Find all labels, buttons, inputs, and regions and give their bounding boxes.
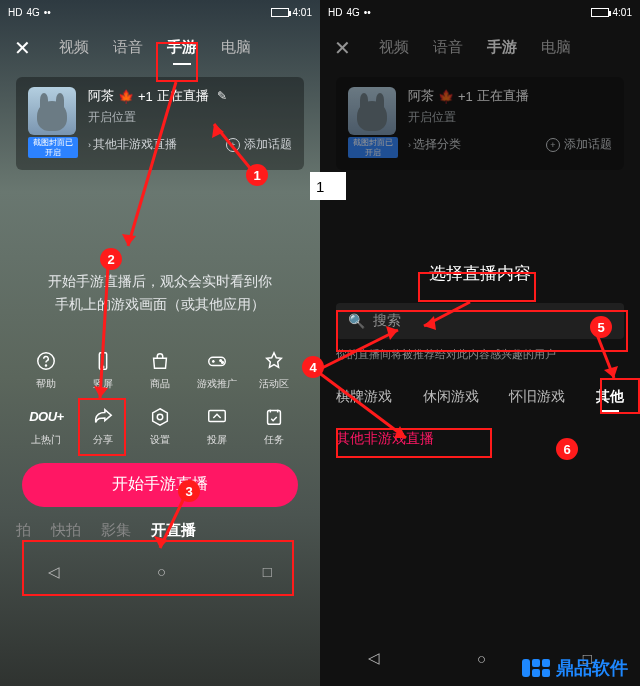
cast-button[interactable]: 投屏 — [191, 405, 243, 447]
svg-rect-8 — [209, 411, 226, 422]
avatar-caption: 截图封面已开启 — [28, 137, 78, 158]
category-chip[interactable]: 其他非游戏直播 — [93, 136, 177, 153]
help-icon — [34, 349, 58, 373]
battery-icon — [591, 8, 609, 17]
start-stream-button[interactable]: 开始手游直播 — [22, 463, 298, 507]
cast-icon — [205, 405, 229, 429]
watermark: 鼎品软件 — [522, 656, 628, 680]
svg-point-1 — [46, 365, 47, 366]
status-time: 4:01 — [293, 7, 312, 18]
close-icon-r[interactable]: ✕ — [334, 36, 351, 60]
cat-casual[interactable]: 休闲游戏 — [423, 388, 479, 406]
cat-retro[interactable]: 怀旧游戏 — [509, 388, 565, 406]
sub-category-item[interactable]: 其他非游戏直播 — [336, 430, 624, 448]
enable-location[interactable]: 开启位置 — [88, 109, 292, 126]
status-bar: HD 4G •• 4:01 — [0, 0, 320, 24]
panel-title: 选择直播内容 — [320, 262, 640, 285]
svg-point-3 — [102, 366, 103, 367]
annotation-input[interactable]: 1 — [310, 172, 346, 200]
nav-home-icon[interactable]: ○ — [157, 563, 166, 580]
gamepad-icon — [205, 349, 229, 373]
phone-left: HD 4G •• 4:01 ✕ 视频 语音 手游 电脑 截图封面已开启 阿茶 🍁… — [0, 0, 320, 686]
help-button[interactable]: 帮助 — [20, 349, 72, 391]
orientation-button[interactable]: 竖屏 — [77, 349, 129, 391]
top-tabs: ✕ 视频 语音 手游 电脑 — [0, 24, 320, 69]
search-icon: 🔍 — [348, 313, 365, 329]
star-icon — [262, 349, 286, 373]
icon-row-2: DOU+上热门 分享 设置 投屏 任务 — [0, 405, 320, 447]
add-topic-button-r[interactable]: +添加话题 — [546, 136, 612, 153]
bottom-tabs: 拍 快拍 影集 开直播 — [0, 507, 320, 540]
chevron-right-icon: › — [88, 140, 91, 150]
avatar-r — [348, 87, 396, 135]
battery-icon — [271, 8, 289, 17]
avatar[interactable] — [28, 87, 76, 135]
shop-button[interactable]: 商品 — [134, 349, 186, 391]
nav-back-icon[interactable]: ◁ — [368, 649, 380, 667]
svg-point-7 — [157, 414, 163, 420]
dou-icon: DOU+ — [34, 405, 58, 429]
tab-pc[interactable]: 电脑 — [219, 34, 253, 61]
close-icon[interactable]: ✕ — [14, 36, 31, 60]
plus-circle-icon: + — [226, 138, 240, 152]
bottom-tab-quick[interactable]: 快拍 — [51, 521, 81, 540]
category-row: 棋牌游戏 休闲游戏 怀旧游戏 其他 — [336, 388, 624, 406]
dou-button[interactable]: DOU+上热门 — [20, 405, 72, 447]
share-icon — [91, 405, 115, 429]
android-nav: ◁ ○ □ — [0, 552, 320, 592]
settings-icon — [148, 405, 172, 429]
status-bar-r: HD 4G •• 4:01 — [320, 0, 640, 24]
nav-home-icon[interactable]: ○ — [477, 650, 486, 667]
game-promo-button[interactable]: 游戏推广 — [191, 349, 243, 391]
bottom-tab-album[interactable]: 影集 — [101, 521, 131, 540]
edit-icon[interactable]: ✎ — [217, 89, 227, 103]
share-button[interactable]: 分享 — [77, 405, 129, 447]
bottom-tab-shoot[interactable]: 拍 — [16, 521, 31, 540]
stream-title[interactable]: 阿茶 🍁 +1 正在直播 ✎ — [88, 87, 292, 105]
phone-right: HD 4G •• 4:01 ✕ 视频 语音 手游 电脑 截图封面已开启 阿茶🍁+… — [320, 0, 640, 686]
status-hd: HD — [8, 7, 22, 18]
svg-point-5 — [220, 360, 222, 362]
activity-button[interactable]: 活动区 — [248, 349, 300, 391]
portrait-icon — [91, 349, 115, 373]
shop-icon — [148, 349, 172, 373]
nav-back-icon[interactable]: ◁ — [48, 563, 60, 581]
add-topic-button[interactable]: + 添加话题 — [226, 136, 292, 153]
svg-point-6 — [221, 362, 223, 364]
profile-card: 截图封面已开启 阿茶 🍁 +1 正在直播 ✎ 开启位置 › 其他非游戏直播 + … — [16, 77, 304, 170]
search-input[interactable]: 🔍 搜索 — [336, 303, 624, 339]
settings-button[interactable]: 设置 — [134, 405, 186, 447]
status-net: 4G — [26, 7, 39, 18]
cat-board[interactable]: 棋牌游戏 — [336, 388, 392, 406]
hint-text: 开始手游直播后，观众会实时看到你 手机上的游戏画面（或其他应用） — [0, 270, 320, 315]
leaf-icon: 🍁 — [118, 89, 134, 104]
tab-voice[interactable]: 语音 — [111, 34, 145, 61]
tab-video[interactable]: 视频 — [57, 34, 91, 61]
bottom-tab-live[interactable]: 开直播 — [151, 521, 196, 540]
search-hint: 你的直播间将被推荐给对此内容感兴趣的用户 — [336, 347, 624, 362]
tasks-icon — [262, 405, 286, 429]
tasks-button[interactable]: 任务 — [248, 405, 300, 447]
category-chip-r[interactable]: 选择分类 — [413, 136, 461, 153]
icon-row-1: 帮助 竖屏 商品 游戏推广 活动区 — [0, 349, 320, 391]
nav-recent-icon[interactable]: □ — [263, 563, 272, 580]
svg-rect-9 — [267, 411, 280, 425]
watermark-logo-icon — [522, 659, 550, 677]
tab-mobile-game[interactable]: 手游 — [165, 34, 199, 61]
cat-other[interactable]: 其他 — [596, 388, 624, 406]
